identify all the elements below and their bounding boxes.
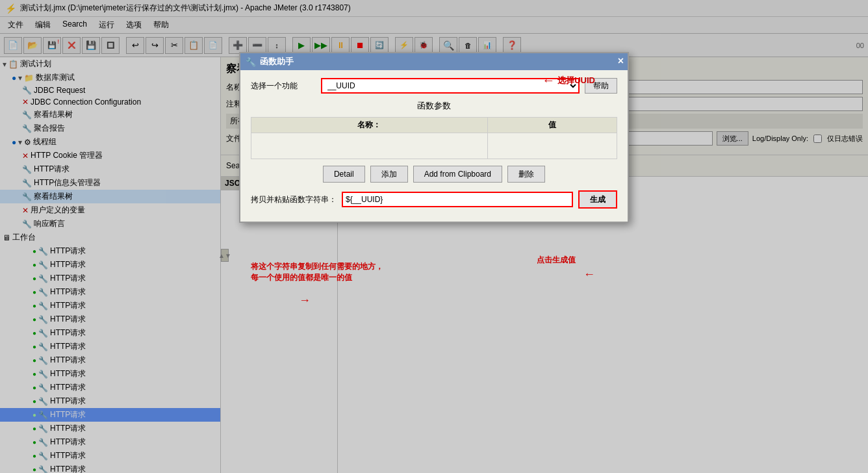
generate-button[interactable]: 生成 <box>578 190 617 209</box>
dialog-body: ← 选择UUID 选择一个功能 __UUID 帮助 函数参数 名称： 值 <box>240 70 628 222</box>
function-helper-dialog: 🔧 函数助手 × ← 选择UUID 选择一个功能 __UUID 帮助 函数参数 <box>239 52 629 223</box>
annotation-arrow-right: ← <box>583 268 595 281</box>
params-table: 名称： 值 <box>251 117 617 159</box>
params-empty-row <box>251 133 617 159</box>
dialog-title-text: 函数助手 <box>260 56 294 68</box>
copy-paste-label: 拷贝并粘贴函数字符串： <box>251 194 337 205</box>
dialog-close-button[interactable]: × <box>618 55 624 67</box>
add-from-clipboard-button[interactable]: Add from Clipboard <box>413 166 502 183</box>
annotation-generate: 点击生成值 <box>537 255 576 266</box>
action-buttons: Detail 添加 Add from Clipboard 删除 <box>251 166 617 183</box>
modal-overlay: 🔧 函数助手 × ← 选择UUID 选择一个功能 __UUID 帮助 函数参数 <box>0 0 868 473</box>
dialog-icon: 🔧 <box>246 57 256 67</box>
annotation-uuid: ← 选择UUID <box>542 73 595 88</box>
annotation-arrow-left: → <box>299 294 311 307</box>
detail-button[interactable]: Detail <box>323 166 365 183</box>
col-name: 名称： <box>251 118 488 133</box>
col-value: 值 <box>487 118 617 133</box>
delete-button[interactable]: 删除 <box>507 166 545 183</box>
dialog-title-bar: 🔧 函数助手 × <box>240 53 628 70</box>
result-input[interactable] <box>342 192 573 207</box>
add-button[interactable]: 添加 <box>370 166 408 183</box>
func-select[interactable]: __UUID <box>321 78 580 94</box>
select-func-label: 选择一个功能 <box>251 81 316 92</box>
annotation-copy: 将这个字符串复制到任何需要的地方， 每一个使用的值都是唯一的值 <box>251 261 383 283</box>
params-header: 函数参数 <box>251 100 617 112</box>
result-row: 拷贝并粘贴函数字符串： 生成 <box>251 190 617 209</box>
